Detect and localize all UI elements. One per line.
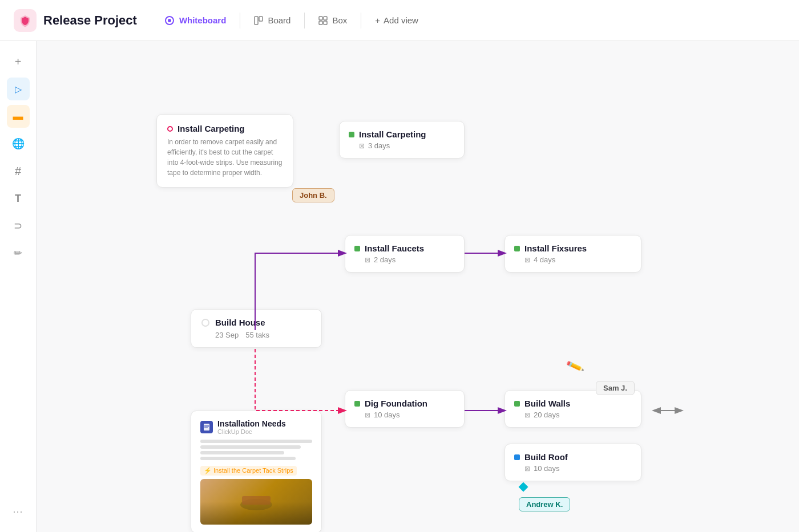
badge-sam: Sam J. [596, 381, 635, 395]
build-house-tasks: 55 taks [245, 331, 269, 339]
nav-divider-3 [361, 13, 361, 29]
sidebar-add-btn[interactable]: + [7, 50, 30, 73]
whiteboard-icon [164, 15, 175, 26]
project-icon [14, 9, 37, 32]
sidebar-sticky-btn[interactable]: ▬ [7, 105, 30, 128]
card-install-carpeting-large[interactable]: Install Carpeting In order to remove car… [156, 114, 293, 188]
doc-icon [200, 421, 213, 433]
task-icon-dig: ⊠ [365, 411, 370, 419]
dot-green-dig [354, 401, 360, 407]
sidebar-link-btn[interactable]: ⊃ [7, 214, 30, 237]
doc-line-4 [200, 457, 296, 460]
doc-line-3 [200, 451, 284, 454]
project-title: Release Project [43, 13, 137, 28]
board-icon [254, 16, 263, 25]
task-icon-roof: ⊠ [524, 465, 530, 473]
connections-svg [37, 41, 799, 532]
box-icon [318, 16, 328, 25]
nav-divider-1 [240, 13, 240, 29]
svg-rect-5 [324, 17, 327, 20]
build-house-date: 23 Sep [215, 331, 239, 339]
dot-green-walls [514, 401, 520, 407]
sidebar-hash-btn[interactable]: # [7, 160, 30, 182]
cursor-icon: ▷ [15, 84, 22, 95]
globe-icon: 🌐 [12, 137, 25, 150]
task-icon-fixsures: ⊠ [524, 256, 530, 264]
svg-rect-6 [319, 21, 322, 25]
svg-point-1 [168, 19, 171, 22]
nav-box[interactable]: Box [309, 11, 356, 30]
svg-rect-4 [319, 17, 322, 20]
nav-add-view[interactable]: + Add view [366, 11, 427, 30]
card-build-roof[interactable]: Build Roof ⊠ 10 days [505, 444, 641, 481]
sidebar-text-btn[interactable]: T [7, 187, 30, 210]
card-installation-needs[interactable]: Installation Needs ClickUp Doc ⚡ Install… [191, 411, 322, 532]
svg-rect-17 [242, 496, 271, 505]
svg-rect-7 [324, 21, 327, 25]
sidebar-globe-btn[interactable]: 🌐 [7, 132, 30, 155]
doc-image [200, 479, 312, 525]
doc-label: ⚡ Install the Carpet Tack Strips [200, 466, 297, 476]
sidebar: + ▷ ▬ 🌐 # T ⊃ ✏ ⋯ [0, 41, 37, 532]
arrow-build-house-dig [255, 349, 345, 411]
dot-green-faucets [354, 246, 360, 251]
nav-divider-2 [304, 13, 305, 29]
card-install-fixsures[interactable]: Install Fixsures ⊠ 4 days [505, 235, 641, 273]
card-build-house[interactable]: Build House 23 Sep 55 taks [191, 309, 322, 348]
svg-rect-12 [204, 424, 209, 431]
teal-diamond [519, 482, 528, 492]
card-dig-foundation[interactable]: Dig Foundation ⊠ 10 days [345, 390, 465, 428]
sidebar-more-btn[interactable]: ⋯ [7, 500, 30, 523]
nav-board[interactable]: Board [245, 11, 300, 30]
dot-green-fixsures [514, 246, 520, 251]
sidebar-pencil-btn[interactable]: ✏ [7, 242, 30, 265]
card-build-walls[interactable]: Build Walls ⊠ 20 days [505, 390, 641, 428]
badge-john: John B. [292, 188, 334, 202]
dot-blue-roof [514, 454, 520, 460]
pencil-cursor: ✏️ [565, 357, 584, 376]
task-icon-carpeting: ⊠ [359, 142, 365, 150]
task-icon-walls: ⊠ [524, 411, 530, 419]
svg-rect-3 [259, 17, 263, 21]
card-install-faucets[interactable]: Install Faucets ⊠ 2 days [345, 235, 465, 273]
dot-pink [167, 126, 173, 132]
sidebar-cursor-btn[interactable]: ▷ [7, 78, 30, 100]
dot-green-carpeting [349, 132, 354, 137]
dot-circle-house [201, 319, 209, 327]
badge-andrew: Andrew K. [519, 497, 570, 511]
task-icon-faucets: ⊠ [365, 256, 370, 264]
canvas: Install Carpeting In order to remove car… [37, 41, 799, 532]
topbar: Release Project Whiteboard Board Box + A… [0, 0, 799, 41]
nav-whiteboard[interactable]: Whiteboard [155, 11, 236, 30]
doc-line-2 [200, 445, 301, 449]
card-install-carpeting-small[interactable]: Install Carpeting ⊠ 3 days [339, 121, 465, 159]
doc-line-1 [200, 440, 312, 443]
svg-rect-2 [255, 17, 258, 25]
sticky-icon: ▬ [13, 111, 23, 123]
